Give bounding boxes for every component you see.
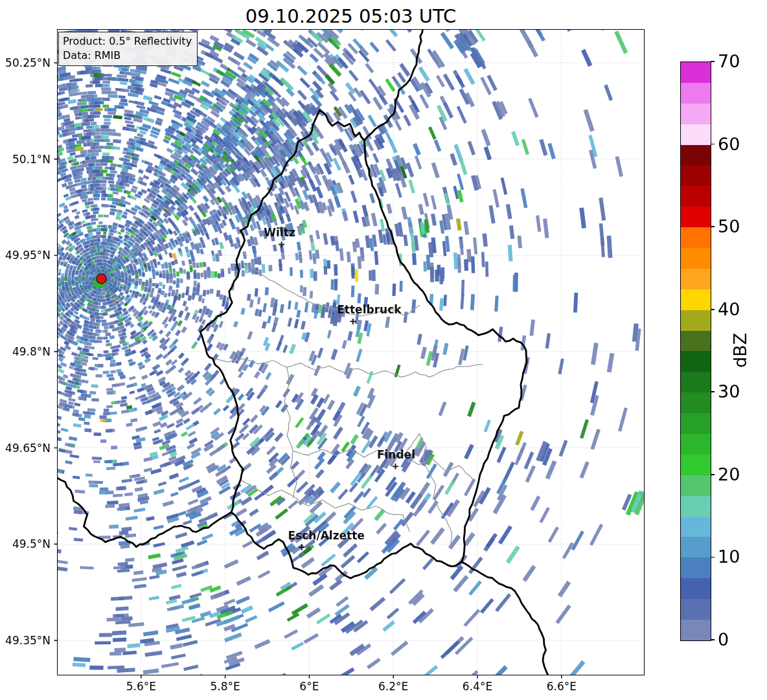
colorbar-segment xyxy=(681,104,711,124)
y-tick-label: 49.65°N xyxy=(0,442,51,455)
colorbar-segment xyxy=(681,496,711,517)
colorbar-tick-mark xyxy=(711,474,715,475)
colorbar-tick-label: 10 xyxy=(718,547,740,567)
colorbar-segment xyxy=(681,165,711,186)
colorbar-segment xyxy=(681,475,711,496)
x-tick-label: 6.4°E xyxy=(448,680,507,693)
colorbar-tick-label: 20 xyxy=(718,464,740,484)
product-label: Product: 0.5° Reflectivity xyxy=(63,34,192,49)
radar-figure: 09.10.2025 05:03 UTC 50.25°N50.1°N49.95°… xyxy=(0,0,767,700)
colorbar-segment xyxy=(681,145,711,166)
city-label: Esch/Alzette xyxy=(288,529,365,542)
city-label: Ettelbruck xyxy=(337,303,401,316)
colorbar-tick-label: 40 xyxy=(718,299,740,319)
colorbar-segment xyxy=(681,331,711,352)
city-label: Findel xyxy=(377,448,415,461)
colorbar-tick-label: 60 xyxy=(718,133,740,153)
colorbar-segment xyxy=(681,83,711,104)
product-info-box: Product: 0.5° Reflectivity Data: RMIB xyxy=(58,32,198,66)
colorbar-tick-mark xyxy=(711,144,715,145)
colorbar-segment xyxy=(681,310,711,331)
city-marker xyxy=(279,242,284,247)
colorbar-segment xyxy=(681,392,711,413)
colorbar-segment xyxy=(681,372,711,392)
colorbar-segment xyxy=(681,517,711,537)
city-marker xyxy=(299,545,304,550)
x-tick-label: 6.2°E xyxy=(364,680,422,693)
colorbar-segment xyxy=(681,269,711,289)
y-tick-label: 49.35°N xyxy=(0,634,51,647)
colorbar-segment xyxy=(681,124,711,145)
district-border xyxy=(405,455,473,480)
colorbar-tick-mark xyxy=(711,309,715,310)
colorbar-tick-mark xyxy=(711,61,715,62)
city-marker xyxy=(350,319,356,324)
colorbar-segment xyxy=(681,455,711,475)
colorbar xyxy=(680,62,711,641)
colorbar-segment xyxy=(681,558,711,578)
colorbar-segment xyxy=(681,351,711,372)
y-tick-label: 49.5°N xyxy=(0,537,51,550)
district-border xyxy=(213,359,482,378)
country-border-luxembourg xyxy=(200,110,527,578)
x-tick-label: 6°E xyxy=(280,680,338,693)
colorbar-segment xyxy=(681,289,711,310)
colorbar-tick-label: 30 xyxy=(718,381,740,401)
district-border xyxy=(241,480,409,531)
colorbar-tick-label: 0 xyxy=(718,629,729,649)
colorbar-tick-label: 70 xyxy=(718,51,740,71)
x-tick-label: 6.6°E xyxy=(532,680,591,693)
colorbar-segment xyxy=(681,186,711,207)
colorbar-segment xyxy=(681,62,711,83)
colorbar-segment xyxy=(681,413,711,434)
city-label: Wiltz xyxy=(264,226,295,239)
district-border xyxy=(284,367,297,498)
radar-site-dot xyxy=(97,274,106,284)
colorbar-segment xyxy=(681,248,711,269)
colorbar-tick-mark xyxy=(711,639,715,640)
city-marker xyxy=(393,464,398,469)
colorbar-segment xyxy=(681,537,711,558)
colorbar-tick-label: 50 xyxy=(718,216,740,236)
country-border-belgium-germany xyxy=(364,28,422,141)
colorbar-segment xyxy=(681,207,711,227)
axis-tick-marks xyxy=(54,63,562,678)
x-tick-label: 5.8°E xyxy=(196,680,255,693)
colorbar-tick-mark xyxy=(711,557,715,558)
y-tick-label: 49.95°N xyxy=(0,249,51,262)
x-tick-label: 5.6°E xyxy=(112,680,170,693)
border-overlay xyxy=(0,0,767,700)
colorbar-segment xyxy=(681,620,711,640)
colorbar-tick-mark xyxy=(711,226,715,227)
y-tick-label: 49.8°N xyxy=(0,345,51,358)
colorbar-axis-label: dBZ xyxy=(730,333,750,368)
y-tick-label: 50.25°N xyxy=(0,56,51,69)
country-border-france-germany xyxy=(462,562,550,679)
colorbar-tick-mark xyxy=(711,391,715,392)
country-border-france-belgium xyxy=(56,477,232,547)
colorbar-segment xyxy=(681,434,711,455)
colorbar-segment xyxy=(681,227,711,248)
data-source-label: Data: RMIB xyxy=(63,49,192,63)
district-border xyxy=(419,434,452,546)
colorbar-segment xyxy=(681,578,711,599)
y-tick-label: 50.1°N xyxy=(0,153,51,166)
colorbar-segment xyxy=(681,599,711,620)
